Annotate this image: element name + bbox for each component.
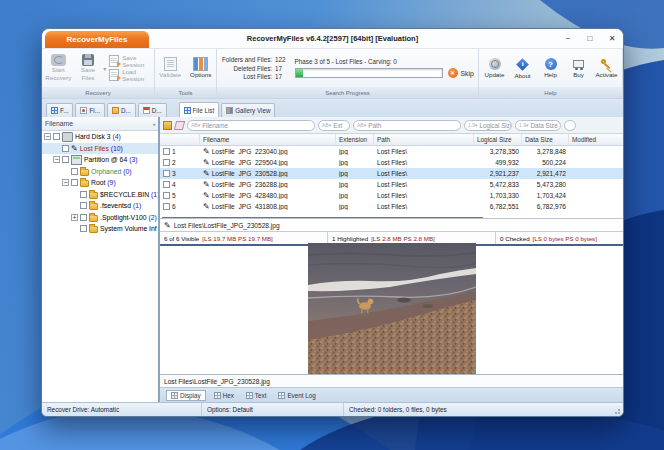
help-button[interactable]: ? Help xyxy=(537,58,564,78)
tree-item-root[interactable]: − Root (9) xyxy=(42,177,158,189)
update-icon xyxy=(489,58,501,70)
validate-button[interactable]: Validate xyxy=(157,57,184,79)
start-recovery-button[interactable]: Start Recovery xyxy=(44,54,73,82)
column-filename[interactable]: Filename xyxy=(200,134,336,145)
tree-item-count: (3) xyxy=(129,156,137,163)
filter-data-size-input[interactable]: 1.9▾ Data Size xyxy=(515,120,561,131)
column-path[interactable]: Path xyxy=(374,134,474,145)
save-session-button[interactable]: Save Session xyxy=(109,56,152,67)
minimize-icon[interactable]: − xyxy=(557,31,579,47)
tab-event-log[interactable]: Event Log xyxy=(274,390,319,401)
column-logical-size[interactable]: Logical Size xyxy=(474,134,522,145)
table-row[interactable]: 2 ✎LostFile_JPG_229504.jpg jpg Lost File… xyxy=(160,157,623,168)
tab-hex[interactable]: Hex xyxy=(210,390,238,401)
numeric-filter-icon: 1.9▾ xyxy=(519,122,528,128)
tree-item-lost-files[interactable]: ✎ Lost Files (10) xyxy=(42,143,158,155)
file-logical-size: 6,782,551 xyxy=(474,203,522,210)
expander-icon[interactable]: − xyxy=(53,156,60,163)
tree-item-partition[interactable]: − Partition @ 64 (3) xyxy=(42,154,158,166)
row-checkbox[interactable] xyxy=(163,203,170,210)
options-button[interactable]: Options xyxy=(188,57,215,79)
update-button[interactable]: Update xyxy=(481,58,508,78)
row-checkbox[interactable] xyxy=(163,159,170,166)
table-row[interactable]: 1 ✎LostFile_JPG_223040.jpg jpg Lost File… xyxy=(160,146,623,157)
tree-checkbox[interactable] xyxy=(71,168,78,175)
tree-checkbox[interactable] xyxy=(53,133,60,140)
check-tool-icon[interactable] xyxy=(163,121,172,130)
table-row[interactable]: 5 ✎LostFile_JPG_428480.jpg jpg Lost File… xyxy=(160,190,623,201)
tab-display[interactable]: Display xyxy=(166,390,206,401)
tree-checkbox[interactable] xyxy=(80,191,87,198)
row-checkbox[interactable] xyxy=(163,192,170,199)
clear-filter-icon[interactable] xyxy=(174,121,185,130)
tree-item-fseventsd[interactable]: .fseventsd (1) xyxy=(42,200,158,212)
tree-item-orphaned[interactable]: Orphaned (0) xyxy=(42,166,158,178)
tab-folder-view[interactable]: F... xyxy=(46,103,73,117)
row-checkbox[interactable] xyxy=(163,170,170,177)
table-row[interactable]: 4 ✎LostFile_JPG_236288.jpg jpg Lost File… xyxy=(160,179,623,190)
tab-gallery-view[interactable]: Gallery View xyxy=(221,103,275,117)
close-icon[interactable]: ✕ xyxy=(601,31,623,47)
skip-button[interactable]: ✕ Skip xyxy=(448,68,474,78)
tree-checkbox[interactable] xyxy=(62,156,69,163)
row-checkbox[interactable] xyxy=(163,148,170,155)
folder-icon xyxy=(89,192,98,199)
buy-button[interactable]: Buy xyxy=(565,58,592,78)
maximize-icon[interactable]: □ xyxy=(579,31,601,47)
preview-panel xyxy=(160,246,623,374)
file-name: LostFile_JPG_428480.jpg xyxy=(212,192,288,199)
list-scroll-divider[interactable] xyxy=(160,212,623,218)
filter-data-size-placeholder: Data Size xyxy=(530,122,557,129)
activate-button[interactable]: Activate xyxy=(593,58,620,78)
folder-icon xyxy=(89,203,98,210)
tree-item-label: Root xyxy=(91,179,105,186)
row-number: 2 xyxy=(172,159,176,166)
about-button[interactable]: i About xyxy=(509,58,536,79)
tree-checkbox[interactable] xyxy=(80,225,87,232)
selected-file-path-bar: ✎ Lost Files\LostFile_JPG_230528.jpg xyxy=(160,218,623,231)
tree-item-count: (10) xyxy=(111,145,123,152)
table-row[interactable]: 6 ✎LostFile_JPG_431808.jpg jpg Lost File… xyxy=(160,201,623,212)
save-files-dropdown-icon[interactable]: ▾ xyxy=(103,65,106,72)
tree-item-spotlight[interactable]: + .Spotlight-V100 (2) xyxy=(42,212,158,224)
column-row-number[interactable] xyxy=(160,134,200,145)
tree-header[interactable]: Filename ◂ xyxy=(42,117,158,131)
tree-checkbox[interactable] xyxy=(62,145,69,152)
save-files-button[interactable]: Save Files xyxy=(74,54,103,82)
tree-item-hard-disk[interactable]: − Hard Disk 3 (4) xyxy=(42,131,158,143)
tab-text[interactable]: Text xyxy=(242,390,271,401)
resize-grip[interactable] xyxy=(612,406,620,414)
expander-icon[interactable]: + xyxy=(71,214,78,221)
filter-modified-input[interactable] xyxy=(564,120,576,131)
status-checked: Checked: 0 folders, 0 files, 0 bytes xyxy=(344,403,612,416)
expander-icon[interactable]: − xyxy=(62,179,69,186)
file-logical-size: 1,703,330 xyxy=(474,192,522,199)
tree-item-system-volume[interactable]: System Volume Inf xyxy=(42,223,158,235)
folder-icon xyxy=(89,215,98,222)
tab-file-list[interactable]: File List xyxy=(179,102,220,117)
tab-date-view[interactable]: D... xyxy=(107,103,136,117)
file-data-size: 6,782,976 xyxy=(522,203,569,210)
column-modified[interactable]: Modified xyxy=(569,134,623,145)
tab-disk-view[interactable]: D... xyxy=(138,103,167,117)
tree-item-recycle-bin[interactable]: $RECYCLE.BIN (1) xyxy=(42,189,158,201)
lost-file-pen-icon: ✎ xyxy=(203,148,210,155)
skip-label: Skip xyxy=(461,70,474,77)
update-label: Update xyxy=(485,71,505,78)
tab-file-view[interactable]: Fi... xyxy=(75,103,105,117)
column-data-size[interactable]: Data Size xyxy=(522,134,569,145)
row-checkbox[interactable] xyxy=(163,181,170,188)
table-row-selected[interactable]: 3 ✎LostFile_JPG_230528.jpg jpg Lost File… xyxy=(160,168,623,179)
tree-checkbox[interactable] xyxy=(80,202,87,209)
filter-logical-size-input[interactable]: 1.9▾ Logical Size xyxy=(464,120,512,131)
tree-checkbox[interactable] xyxy=(71,179,78,186)
expander-icon[interactable]: − xyxy=(44,133,51,140)
column-extension[interactable]: Extension xyxy=(336,134,374,145)
filter-filename-input[interactable]: AB▾ Filename xyxy=(187,120,315,131)
load-session-button[interactable]: Load Session xyxy=(109,70,152,81)
tree-pin-icon[interactable]: ◂ xyxy=(152,121,155,127)
folders-files-value: 122 xyxy=(275,56,286,63)
filter-path-input[interactable]: AB▾ Path xyxy=(353,120,461,131)
tree-checkbox[interactable] xyxy=(80,214,87,221)
filter-ext-input[interactable]: AB▾ Ext xyxy=(318,120,350,131)
